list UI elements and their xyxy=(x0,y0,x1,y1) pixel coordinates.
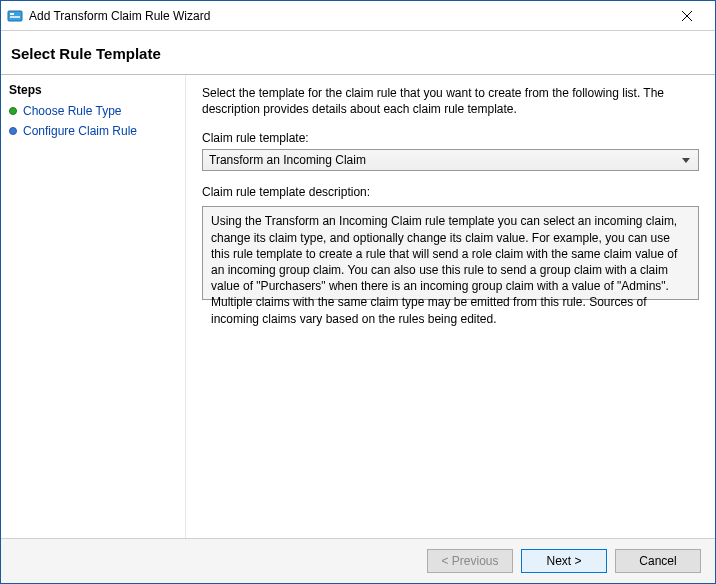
page-header: Select Rule Template xyxy=(1,31,715,75)
step-done-icon xyxy=(9,107,17,115)
step-choose-rule-type[interactable]: Choose Rule Type xyxy=(7,101,179,121)
main-panel: Select the template for the claim rule t… xyxy=(186,75,715,538)
previous-button: < Previous xyxy=(427,549,513,573)
wizard-footer: < Previous Next > Cancel xyxy=(1,538,715,583)
template-label: Claim rule template: xyxy=(202,131,699,145)
page-title: Select Rule Template xyxy=(11,45,161,62)
steps-sidebar: Steps Choose Rule Type Configure Claim R… xyxy=(1,75,186,538)
close-button[interactable] xyxy=(667,2,707,30)
close-icon xyxy=(682,11,692,21)
claim-rule-template-dropdown[interactable]: Transform an Incoming Claim xyxy=(202,149,699,171)
description-label: Claim rule template description: xyxy=(202,185,699,199)
title-bar: Add Transform Claim Rule Wizard xyxy=(1,1,715,31)
dropdown-selected-text: Transform an Incoming Claim xyxy=(209,153,678,167)
step-configure-claim-rule[interactable]: Configure Claim Rule xyxy=(7,121,179,141)
next-button[interactable]: Next > xyxy=(521,549,607,573)
step-label: Choose Rule Type xyxy=(23,104,122,118)
steps-heading: Steps xyxy=(7,81,179,101)
step-current-icon xyxy=(9,127,17,135)
cancel-button[interactable]: Cancel xyxy=(615,549,701,573)
window-title: Add Transform Claim Rule Wizard xyxy=(29,9,667,23)
svg-marker-5 xyxy=(682,158,690,163)
template-description-box: Using the Transform an Incoming Claim ru… xyxy=(202,206,699,300)
svg-rect-2 xyxy=(10,16,20,18)
instruction-text: Select the template for the claim rule t… xyxy=(202,85,699,117)
svg-rect-1 xyxy=(10,13,14,15)
step-label: Configure Claim Rule xyxy=(23,124,137,138)
app-icon xyxy=(7,8,23,24)
chevron-down-icon xyxy=(678,158,694,163)
